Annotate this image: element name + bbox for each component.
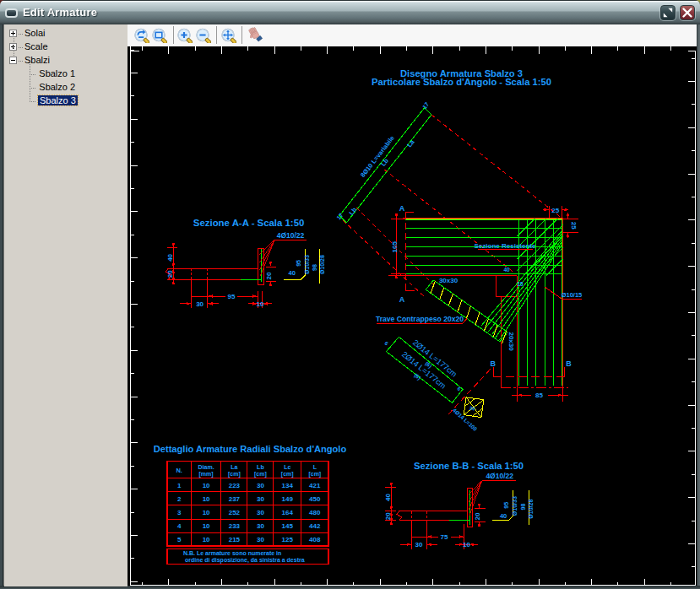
svg-text:30: 30 bbox=[257, 536, 264, 543]
svg-text:95: 95 bbox=[296, 260, 301, 267]
svg-text:Sezione B-B - Scala 1:50: Sezione B-B - Scala 1:50 bbox=[414, 461, 524, 471]
svg-text:20: 20 bbox=[469, 405, 476, 411]
svg-text:237: 237 bbox=[229, 495, 241, 503]
svg-text:10: 10 bbox=[203, 509, 210, 516]
svg-text:145: 145 bbox=[282, 522, 294, 530]
svg-text:Dettaglio Armature Radiali Sba: Dettaglio Armature Radiali Sbalzo d'Ango… bbox=[154, 444, 347, 454]
svg-text:98: 98 bbox=[520, 504, 526, 511]
svg-text:149: 149 bbox=[282, 495, 294, 503]
svg-text:Ø10/28: Ø10/28 bbox=[528, 500, 534, 519]
svg-text:30: 30 bbox=[415, 541, 423, 548]
svg-text:L: L bbox=[313, 464, 317, 470]
svg-text:[cm]: [cm] bbox=[308, 471, 321, 478]
svg-text:442: 442 bbox=[309, 522, 321, 530]
svg-text:4Ø10/22: 4Ø10/22 bbox=[486, 472, 513, 480]
svg-text:30: 30 bbox=[257, 522, 264, 530]
svg-text:10: 10 bbox=[203, 482, 210, 489]
svg-text:Ø10/15: Ø10/15 bbox=[562, 291, 583, 299]
svg-text:10: 10 bbox=[203, 522, 210, 530]
svg-text:8Ø10 L=variabile: 8Ø10 L=variabile bbox=[359, 134, 396, 179]
svg-text:Diam.: Diam. bbox=[198, 464, 214, 470]
svg-text:40: 40 bbox=[166, 253, 174, 261]
svg-text:Ø10/33: Ø10/33 bbox=[304, 255, 310, 274]
svg-text:La: La bbox=[405, 138, 416, 149]
svg-text:ordine di disposizione, da sin: ordine di disposizione, da sinistra a de… bbox=[185, 557, 305, 564]
svg-text:95: 95 bbox=[228, 293, 236, 300]
svg-text:25: 25 bbox=[570, 222, 578, 230]
svg-text:233: 233 bbox=[229, 522, 241, 530]
svg-text:5: 5 bbox=[177, 536, 182, 543]
svg-text:98: 98 bbox=[312, 264, 317, 271]
svg-text:A: A bbox=[399, 204, 405, 213]
svg-text:[cm]: [cm] bbox=[228, 471, 241, 478]
svg-text:252: 252 bbox=[229, 509, 241, 516]
svg-text:40: 40 bbox=[500, 512, 507, 520]
svg-text:30x30: 30x30 bbox=[439, 277, 459, 284]
svg-text:20: 20 bbox=[166, 270, 174, 278]
svg-text:75: 75 bbox=[441, 533, 448, 541]
svg-text:30: 30 bbox=[257, 482, 264, 489]
svg-text:Lb: Lb bbox=[257, 464, 264, 470]
svg-text:La: La bbox=[231, 464, 237, 470]
svg-text:[mm]: [mm] bbox=[199, 471, 214, 478]
svg-text:1: 1 bbox=[177, 482, 182, 489]
svg-text:408: 408 bbox=[309, 536, 321, 543]
svg-text:85: 85 bbox=[535, 392, 543, 399]
svg-text:B: B bbox=[566, 359, 572, 368]
svg-text:125: 125 bbox=[282, 536, 294, 543]
svg-text:10: 10 bbox=[463, 541, 470, 548]
svg-text:Ø10/28: Ø10/28 bbox=[319, 255, 325, 274]
svg-text:A: A bbox=[399, 295, 405, 304]
svg-text:480: 480 bbox=[309, 509, 321, 516]
svg-text:N.B. Le armature sono numerate: N.B. Le armature sono numerate in bbox=[183, 550, 281, 556]
svg-text:10: 10 bbox=[257, 300, 264, 308]
svg-text:4: 4 bbox=[177, 522, 182, 530]
svg-text:95: 95 bbox=[503, 502, 509, 509]
svg-text:Lc: Lc bbox=[284, 464, 290, 470]
svg-text:20: 20 bbox=[384, 512, 392, 520]
svg-text:20x30: 20x30 bbox=[507, 332, 515, 351]
svg-text:2: 2 bbox=[177, 495, 182, 503]
svg-text:134: 134 bbox=[282, 482, 294, 489]
svg-text:17: 17 bbox=[421, 101, 430, 111]
svg-text:4Ø10/22: 4Ø10/22 bbox=[277, 231, 305, 240]
svg-text:[cm]: [cm] bbox=[254, 471, 267, 478]
svg-text:N.: N. bbox=[176, 467, 182, 474]
svg-text:15: 15 bbox=[517, 281, 524, 287]
svg-text:40: 40 bbox=[289, 269, 296, 277]
svg-text:B: B bbox=[490, 359, 496, 368]
svg-text:40: 40 bbox=[503, 267, 510, 273]
svg-text:25: 25 bbox=[551, 207, 559, 214]
svg-text:Lb: Lb bbox=[347, 206, 358, 217]
svg-text:30: 30 bbox=[257, 495, 264, 503]
svg-text:421: 421 bbox=[309, 482, 321, 489]
svg-text:Particolare Sbalzo d'Angolo -: Particolare Sbalzo d'Angolo - Scala 1:50 bbox=[372, 77, 551, 87]
svg-text:20: 20 bbox=[265, 272, 273, 279]
svg-text:215: 215 bbox=[229, 536, 241, 543]
svg-text:Ø10/33: Ø10/33 bbox=[512, 496, 518, 516]
svg-text:30: 30 bbox=[257, 509, 264, 516]
svg-text:30: 30 bbox=[196, 300, 203, 308]
svg-text:223: 223 bbox=[229, 482, 241, 489]
svg-text:Lb: Lb bbox=[379, 157, 390, 168]
svg-text:10: 10 bbox=[203, 536, 210, 543]
svg-text:[cm]: [cm] bbox=[281, 471, 294, 478]
svg-text:Sezione A-A - Scala 1:50: Sezione A-A - Scala 1:50 bbox=[193, 218, 304, 228]
svg-text:40: 40 bbox=[384, 494, 392, 501]
svg-text:164: 164 bbox=[282, 509, 294, 516]
svg-text:6: 6 bbox=[383, 341, 389, 347]
svg-text:3: 3 bbox=[177, 509, 182, 516]
svg-text:20: 20 bbox=[474, 512, 481, 520]
svg-text:450: 450 bbox=[309, 495, 321, 503]
svg-text:2Ø14 L=177cm: 2Ø14 L=177cm bbox=[400, 350, 448, 391]
svg-text:Trave Contrappeso 20x20: Trave Contrappeso 20x20 bbox=[376, 315, 464, 323]
svg-text:105: 105 bbox=[391, 240, 399, 252]
svg-text:Sezione Resistente: Sezione Resistente bbox=[475, 242, 536, 250]
svg-text:10: 10 bbox=[203, 495, 210, 503]
